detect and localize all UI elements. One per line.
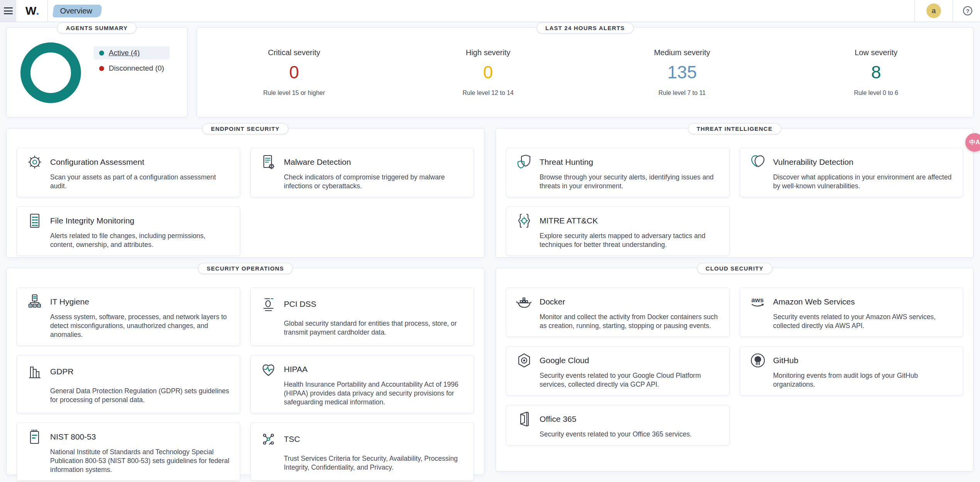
card-title[interactable]: Amazon Web Services bbox=[773, 297, 954, 306]
docker-icon bbox=[516, 293, 533, 310]
card-configuration-assessment[interactable]: Configuration Assessment Scan your asset… bbox=[17, 148, 240, 197]
card-tsc[interactable]: TSC Trust Services Criteria for Security… bbox=[250, 423, 474, 481]
top-bar: W. Overview a ? bbox=[0, 0, 980, 22]
panel-label: THREAT INTELLIGENCE bbox=[688, 123, 781, 134]
aws-icon: aws bbox=[749, 293, 766, 310]
severity-title: Medium severity bbox=[585, 48, 779, 57]
card-description: Monitor and collect the activity from Do… bbox=[540, 310, 720, 331]
card-description: Alerts related to file changes, includin… bbox=[50, 229, 231, 250]
card-description: Trust Services Criteria for Security, Av… bbox=[284, 452, 464, 473]
card-github[interactable]: GitHub Monitoring events from audit logs… bbox=[740, 346, 963, 396]
card-mitre-attack[interactable]: MITRE ATT&CK Explore security alerts map… bbox=[506, 206, 730, 256]
help-icon[interactable]: ? bbox=[963, 6, 972, 15]
endpoint-security-panel: ENDPOINT SECURITY Configuration Assessme… bbox=[6, 128, 484, 258]
security-operations-panel: SECURITY OPERATIONS IT Hygiene Assess sy… bbox=[6, 268, 484, 475]
tsc-icon bbox=[260, 431, 277, 448]
card-description: Assess system, software, processes, and … bbox=[50, 310, 231, 340]
last-24-hours-alerts-panel: LAST 24 HOURS ALERTS Critical severity 0… bbox=[197, 27, 973, 117]
card-description: Health Insurance Portability and Account… bbox=[284, 378, 464, 408]
panel-label: LAST 24 HOURS ALERTS bbox=[536, 22, 634, 34]
card-title[interactable]: TSC bbox=[284, 435, 464, 444]
severity-critical: Critical severity 0 Rule level 15 or hig… bbox=[197, 48, 391, 96]
malware-detection-icon bbox=[260, 154, 277, 171]
card-hipaa[interactable]: HIPAA Health Insurance Portability and A… bbox=[250, 355, 474, 413]
card-title[interactable]: Office 365 bbox=[540, 414, 720, 424]
severity-rule-range: Rule level 7 to 11 bbox=[585, 90, 779, 96]
severity-title: High severity bbox=[391, 48, 585, 57]
breadcrumb-overview-tab[interactable]: Overview bbox=[53, 5, 101, 17]
threat-hunting-icon bbox=[516, 154, 533, 171]
card-title[interactable]: Docker bbox=[540, 297, 720, 306]
severity-count[interactable]: 135 bbox=[585, 63, 779, 81]
severity-low: Low severity 8 Rule level 0 to 6 bbox=[779, 48, 973, 96]
topbar-right: a ? bbox=[914, 0, 980, 22]
github-icon bbox=[749, 352, 766, 369]
card-title[interactable]: Threat Hunting bbox=[540, 157, 720, 167]
hipaa-icon bbox=[260, 361, 277, 378]
severity-title: Low severity bbox=[779, 48, 973, 57]
card-title[interactable]: Vulnerability Detection bbox=[773, 157, 954, 167]
wazuh-logo[interactable]: W. bbox=[25, 4, 39, 17]
legend-item-active[interactable]: Active (4) bbox=[94, 46, 170, 59]
card-file-integrity-monitoring[interactable]: File Integrity Monitoring Alerts related… bbox=[17, 206, 240, 256]
card-threat-hunting[interactable]: Threat Hunting Browse through your secur… bbox=[506, 148, 730, 197]
severity-count[interactable]: 0 bbox=[197, 63, 391, 81]
card-description: Monitoring events from audit logs of you… bbox=[773, 369, 954, 390]
card-title[interactable]: GitHub bbox=[773, 356, 954, 365]
nist-800-53-icon bbox=[26, 428, 43, 445]
card-amazon-web-services[interactable]: aws Amazon Web Services Security events … bbox=[740, 288, 963, 337]
file-integrity-monitoring-icon bbox=[26, 212, 43, 229]
legend-label: Active (4) bbox=[109, 49, 140, 57]
card-title[interactable]: GDPR bbox=[50, 367, 231, 376]
card-description: Security events related to your Amazon A… bbox=[773, 310, 954, 331]
card-docker[interactable]: Docker Monitor and collect the activity … bbox=[506, 288, 730, 337]
divider bbox=[47, 0, 48, 22]
card-description: Explore security alerts mapped to advers… bbox=[540, 229, 720, 250]
panel-label: CLOUD SECURITY bbox=[697, 263, 772, 274]
agents-donut-chart[interactable] bbox=[20, 42, 81, 103]
card-description: General Data Protection Regulation (GDPR… bbox=[50, 384, 231, 405]
threat-intelligence-panel: THREAT INTELLIGENCE Threat Hunting Brows… bbox=[496, 128, 973, 258]
active-dot-icon bbox=[99, 51, 104, 56]
card-title[interactable]: MITRE ATT&CK bbox=[540, 216, 720, 225]
card-description: Discover what applications in your envir… bbox=[773, 171, 954, 191]
menu-button[interactable] bbox=[0, 0, 16, 22]
card-title[interactable]: HIPAA bbox=[284, 365, 464, 374]
legend-item-disconnected[interactable]: Disconnected (0) bbox=[94, 62, 170, 75]
gdpr-icon bbox=[26, 363, 43, 380]
card-title[interactable]: Configuration Assessment bbox=[50, 157, 231, 167]
card-title[interactable]: File Integrity Monitoring bbox=[50, 216, 231, 225]
card-description: Check indicators of compromise triggered… bbox=[284, 171, 464, 191]
card-gdpr[interactable]: GDPR General Data Protection Regulation … bbox=[17, 355, 240, 413]
avatar[interactable]: a bbox=[926, 3, 941, 18]
agents-legend: Active (4) Disconnected (0) bbox=[94, 46, 170, 75]
card-title[interactable]: Malware Detection bbox=[284, 157, 464, 167]
severity-count[interactable]: 8 bbox=[779, 63, 973, 81]
card-description: Browse through your security alerts, ide… bbox=[540, 171, 720, 191]
svg-text:aws: aws bbox=[751, 296, 764, 304]
card-office-365[interactable]: Office 365 Security events related to yo… bbox=[506, 405, 730, 445]
google-cloud-icon bbox=[516, 352, 533, 369]
severity-high: High severity 0 Rule level 12 to 14 bbox=[391, 48, 585, 96]
hamburger-icon bbox=[4, 7, 13, 14]
card-malware-detection[interactable]: Malware Detection Check indicators of co… bbox=[250, 148, 474, 197]
card-it-hygiene[interactable]: IT Hygiene Assess system, software, proc… bbox=[17, 288, 240, 346]
card-title[interactable]: NIST 800-53 bbox=[50, 432, 231, 441]
card-title[interactable]: IT Hygiene bbox=[50, 297, 231, 306]
card-google-cloud[interactable]: Google Cloud Security events related to … bbox=[506, 346, 730, 396]
card-description: National Institute of Standards and Tech… bbox=[50, 445, 231, 475]
severity-title: Critical severity bbox=[197, 48, 391, 57]
severity-count[interactable]: 0 bbox=[391, 63, 585, 81]
card-title[interactable]: PCI DSS bbox=[284, 299, 464, 309]
mitre-attack-icon bbox=[516, 212, 533, 229]
card-description: Global security standard for entities th… bbox=[284, 317, 464, 338]
card-title[interactable]: Google Cloud bbox=[540, 356, 720, 365]
card-description: Scan your assets as part of a configurat… bbox=[50, 171, 231, 191]
card-vulnerability-detection[interactable]: Vulnerability Detection Discover what ap… bbox=[740, 148, 963, 197]
card-pci-dss[interactable]: PCI DSS Global security standard for ent… bbox=[250, 288, 474, 346]
legend-label: Disconnected (0) bbox=[109, 64, 164, 73]
card-nist-800-53[interactable]: NIST 800-53 National Institute of Standa… bbox=[17, 423, 240, 481]
pci-dss-icon bbox=[260, 296, 277, 313]
divider bbox=[953, 0, 953, 22]
card-description: Security events related to your Office 3… bbox=[540, 428, 720, 440]
